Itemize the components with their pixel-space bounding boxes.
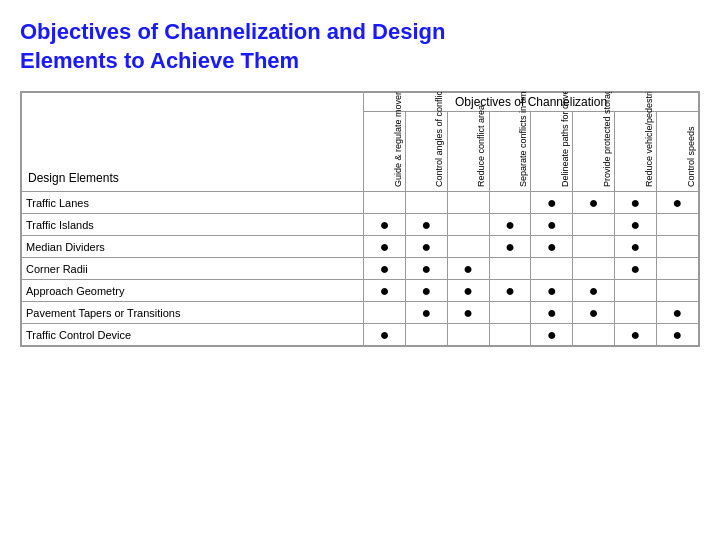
- cell: [405, 192, 447, 214]
- design-elements-header: Design Elements: [22, 93, 364, 192]
- cell-dot: ●: [447, 302, 489, 324]
- table-row: Median Dividers ● ● ● ● ●: [22, 236, 699, 258]
- table-row: Traffic Lanes ● ● ● ●: [22, 192, 699, 214]
- cell-dot: ●: [615, 192, 657, 214]
- cell: [615, 302, 657, 324]
- cell-dot: ●: [489, 236, 531, 258]
- cell-dot: ●: [615, 258, 657, 280]
- cell: [405, 324, 447, 346]
- cell: [489, 324, 531, 346]
- table-row: Pavement Tapers or Transitions ● ● ● ● ●: [22, 302, 699, 324]
- cell-dot: ●: [405, 236, 447, 258]
- cell: [447, 192, 489, 214]
- col-header-5: Provide protected storage: [573, 112, 615, 192]
- cell: [447, 214, 489, 236]
- cell-dot: ●: [489, 280, 531, 302]
- cell-dot: ●: [573, 302, 615, 324]
- col-header-1: Control angles of conflicts: [405, 112, 447, 192]
- page-title: Objectives of Channelization and Design …: [20, 18, 700, 75]
- row-label-pavement-tapers: Pavement Tapers or Transitions: [22, 302, 364, 324]
- cell: [656, 280, 698, 302]
- cell-dot: ●: [573, 192, 615, 214]
- cell: [489, 258, 531, 280]
- cell: [656, 236, 698, 258]
- table-row: Corner Radii ● ● ● ●: [22, 258, 699, 280]
- cell: [489, 192, 531, 214]
- cell-dot: ●: [405, 214, 447, 236]
- cell: [573, 236, 615, 258]
- row-label-corner-radii: Corner Radii: [22, 258, 364, 280]
- cell-dot: ●: [489, 214, 531, 236]
- cell-dot: ●: [615, 236, 657, 258]
- cell-dot: ●: [531, 192, 573, 214]
- col-header-2: Reduce conflict area: [447, 112, 489, 192]
- cell-dot: ●: [364, 324, 406, 346]
- cell-dot: ●: [531, 324, 573, 346]
- main-table-wrapper: Design Elements Objectives of Channeliza…: [20, 91, 700, 347]
- channelization-table: Design Elements Objectives of Channeliza…: [21, 92, 699, 346]
- cell-dot: ●: [531, 280, 573, 302]
- cell-dot: ●: [656, 324, 698, 346]
- row-label-traffic-lanes: Traffic Lanes: [22, 192, 364, 214]
- row-label-median-dividers: Median Dividers: [22, 236, 364, 258]
- cell-dot: ●: [364, 258, 406, 280]
- cell-dot: ●: [531, 214, 573, 236]
- page: Objectives of Channelization and Design …: [0, 0, 720, 357]
- cell-dot: ●: [615, 324, 657, 346]
- row-label-approach-geometry: Approach Geometry: [22, 280, 364, 302]
- cell-dot: ●: [405, 258, 447, 280]
- cell: [573, 258, 615, 280]
- table-row: Approach Geometry ● ● ● ● ● ●: [22, 280, 699, 302]
- cell-dot: ●: [615, 214, 657, 236]
- col-header-4: Delineate paths for drivers: [531, 112, 573, 192]
- col-header-7: Control speeds: [656, 112, 698, 192]
- cell: [447, 236, 489, 258]
- cell-dot: ●: [447, 280, 489, 302]
- cell-dot: ●: [656, 192, 698, 214]
- cell: [656, 214, 698, 236]
- cell: [656, 258, 698, 280]
- cell-dot: ●: [364, 236, 406, 258]
- row-label-traffic-control: Traffic Control Device: [22, 324, 364, 346]
- cell: [573, 324, 615, 346]
- cell: [364, 302, 406, 324]
- cell-dot: ●: [447, 258, 489, 280]
- cell: [447, 324, 489, 346]
- row-label-traffic-islands: Traffic Islands: [22, 214, 364, 236]
- cell-dot: ●: [573, 280, 615, 302]
- table-row: Traffic Control Device ● ● ● ●: [22, 324, 699, 346]
- cell-dot: ●: [531, 302, 573, 324]
- cell-dot: ●: [364, 280, 406, 302]
- cell: [364, 192, 406, 214]
- cell-dot: ●: [405, 302, 447, 324]
- cell: [489, 302, 531, 324]
- col-header-0: Guide & regulate movements: [364, 112, 406, 192]
- cell: [573, 214, 615, 236]
- cell-dot: ●: [656, 302, 698, 324]
- table-row: Traffic Islands ● ● ● ● ●: [22, 214, 699, 236]
- cell-dot: ●: [531, 236, 573, 258]
- col-header-6: Reduce vehicle/pedestrian conflicts: [615, 112, 657, 192]
- cell-dot: ●: [405, 280, 447, 302]
- cell: [615, 280, 657, 302]
- cell: [531, 258, 573, 280]
- col-header-3: Separate conflicts in time and space: [489, 112, 531, 192]
- cell-dot: ●: [364, 214, 406, 236]
